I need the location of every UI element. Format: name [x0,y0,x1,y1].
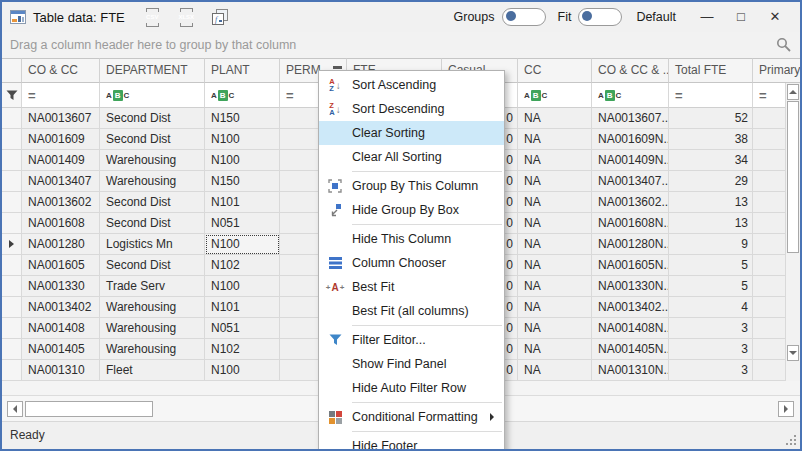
cell-total_fte[interactable]: 34 [669,150,753,171]
cell-co_cc_full[interactable]: NA001609N... [592,129,669,150]
cell-total_fte[interactable]: 3 [669,318,753,339]
cell-plant[interactable]: N100 [205,276,280,297]
fit-toggle[interactable] [578,8,622,26]
cell-plant[interactable]: N150 [205,171,280,192]
column-header-primary_p[interactable]: Primary P [753,58,800,83]
cell-plant[interactable]: N100 [205,234,280,255]
menu-item-sort-ascending[interactable]: AZ↓Sort Ascending [319,73,504,97]
cell-co_cc[interactable]: NA0013607 [22,108,100,129]
cell-department[interactable]: Second Dist [100,255,205,276]
cell-total_fte[interactable]: 5 [669,255,753,276]
cell-cc[interactable]: NA [518,276,592,297]
row-indicator[interactable] [2,339,22,360]
menu-item-clear-all-sorting[interactable]: Clear All Sorting [319,145,504,169]
cell-department[interactable]: Logistics Mn [100,234,205,255]
equals-filter-icon[interactable]: = [28,89,36,102]
filter-cell-department[interactable]: ABC [100,83,205,108]
export-xlsx-button[interactable]: XLSX [177,8,196,27]
row-indicator[interactable] [2,108,22,129]
cell-plant[interactable]: N101 [205,192,280,213]
row-indicator[interactable] [2,276,22,297]
column-header-co_cc[interactable]: CO & CC [22,58,100,83]
cell-cc[interactable]: NA [518,129,592,150]
column-header-department[interactable]: DEPARTMENT [100,58,205,83]
cell-co_cc_full[interactable]: NA0013602... [592,192,669,213]
abc-filter-icon[interactable]: ABC [106,90,129,101]
cell-total_fte[interactable]: 38 [669,129,753,150]
menu-item-group-by-this-column[interactable]: Group By This Column [319,174,504,198]
close-button[interactable]: ✕ [758,3,792,31]
cell-co_cc_full[interactable]: NA001405N... [592,339,669,360]
cell-cc[interactable]: NA [518,339,592,360]
filter-cell-cc[interactable]: ABC [518,83,592,108]
menu-item-column-chooser[interactable]: Column Chooser [319,251,504,275]
cell-department[interactable]: Warehousing [100,150,205,171]
cell-co_cc_full[interactable]: NA001280N... [592,234,669,255]
cell-department[interactable]: Warehousing [100,339,205,360]
cell-co_cc_full[interactable]: NA001409N... [592,150,669,171]
row-indicator[interactable] [2,171,22,192]
column-header-cc[interactable]: CC [518,58,592,83]
cell-co_cc[interactable]: NA001608 [22,213,100,234]
cell-plant[interactable]: N150 [205,108,280,129]
cell-co_cc[interactable]: NA001409 [22,150,100,171]
scroll-up-button[interactable] [787,84,799,100]
cell-cc[interactable]: NA [518,213,592,234]
menu-item-sort-descending[interactable]: ZA↓Sort Descending [319,97,504,121]
cell-department[interactable]: Warehousing [100,171,205,192]
menu-item-filter-editor[interactable]: Filter Editor... [319,328,504,352]
minimize-button[interactable]: — [690,3,724,31]
row-indicator[interactable] [2,360,22,381]
resize-grip[interactable] [786,435,797,446]
cell-co_cc[interactable]: NA001605 [22,255,100,276]
cell-co_cc_full[interactable]: NA001408N... [592,318,669,339]
cell-cc[interactable]: NA [518,255,592,276]
cell-department[interactable]: Warehousing [100,318,205,339]
menu-item-hide-auto-filter-row[interactable]: Hide Auto Filter Row [319,376,504,400]
abc-filter-icon[interactable]: ABC [598,90,621,101]
filter-cell-co_cc_full[interactable]: ABC [592,83,669,108]
equals-filter-icon[interactable]: = [675,89,683,102]
cell-department[interactable]: Second Dist [100,213,205,234]
filter-cell-co_cc[interactable]: = [22,83,100,108]
cell-cc[interactable]: NA [518,192,592,213]
cell-plant[interactable]: N051 [205,213,280,234]
group-by-panel[interactable]: Drag a column header here to group by th… [2,32,800,58]
cell-plant[interactable]: N102 [205,339,280,360]
export-csv-button[interactable]: CSV [143,8,162,27]
groups-toggle[interactable] [502,8,546,26]
menu-item-hide-footer[interactable]: Hide Footer [319,434,504,451]
cell-plant[interactable]: N100 [205,150,280,171]
equals-filter-icon[interactable]: = [286,89,294,102]
cell-total_fte[interactable]: 9 [669,234,753,255]
cell-total_fte[interactable]: 13 [669,213,753,234]
cell-co_cc[interactable]: NA001330 [22,276,100,297]
cell-cc[interactable]: NA [518,297,592,318]
menu-item-clear-sorting[interactable]: Clear Sorting [319,121,504,145]
vertical-scrollbar[interactable] [785,83,800,381]
row-indicator[interactable] [2,234,22,255]
cell-co_cc[interactable]: NA0013402 [22,297,100,318]
menu-item-show-find-panel[interactable]: Show Find Panel [319,352,504,376]
menu-item-conditional-formatting[interactable]: Conditional Formatting [319,405,504,429]
cell-department[interactable]: Second Dist [100,108,205,129]
row-indicator[interactable] [2,255,22,276]
copy-table-button[interactable]: f [211,8,230,27]
cell-plant[interactable]: N051 [205,318,280,339]
cell-plant[interactable]: N102 [205,255,280,276]
filter-cell-total_fte[interactable]: = [669,83,753,108]
row-indicator[interactable] [2,150,22,171]
row-indicator[interactable] [2,129,22,150]
cell-co_cc_full[interactable]: NA001605N... [592,255,669,276]
column-header-total_fte[interactable]: Total FTE [669,58,753,83]
menu-item-best-fit-all-columns[interactable]: Best Fit (all columns) [319,299,504,323]
cell-co_cc_full[interactable]: NA001310N... [592,360,669,381]
cell-department[interactable]: Second Dist [100,192,205,213]
cell-cc[interactable]: NA [518,108,592,129]
filter-cell-plant[interactable]: ABC [205,83,280,108]
cell-co_cc_full[interactable]: NA0013407... [592,171,669,192]
cell-total_fte[interactable]: 3 [669,360,753,381]
row-indicator[interactable] [2,297,22,318]
cell-plant[interactable]: N100 [205,360,280,381]
cell-department[interactable]: Fleet [100,360,205,381]
